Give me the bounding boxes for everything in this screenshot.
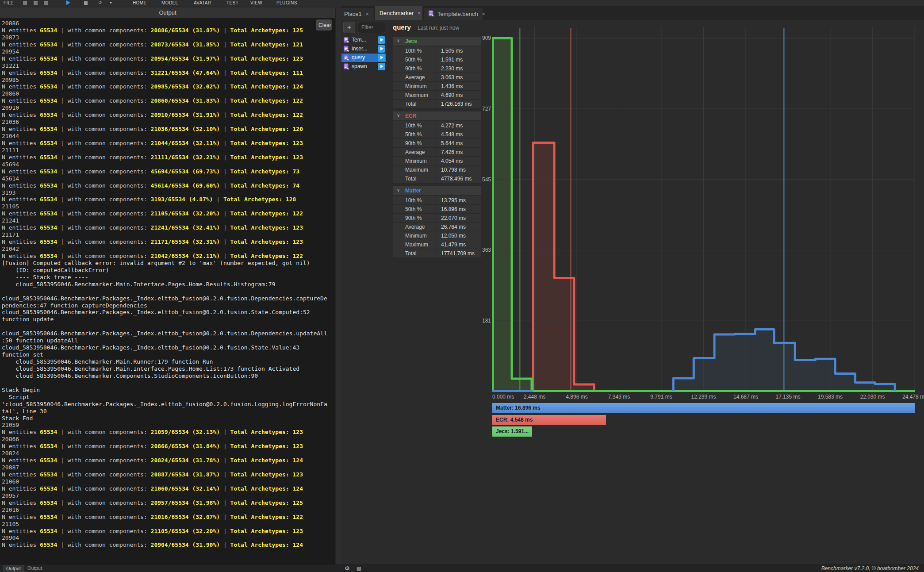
column-divider [437,82,437,90]
log-line [2,288,335,295]
chevron-down-icon: ∨ [397,38,400,43]
log-line: 20860 [2,90,335,97]
stat-label: Average [405,74,425,81]
filter-input[interactable] [358,22,385,33]
log-line: Script [2,394,335,401]
log-line: tal', Line 30 [2,408,335,415]
stats-row: 50th %4.548 ms [393,130,481,138]
stat-label: Maximum [405,167,428,173]
log-line: N entities 65534 | with common component… [2,541,335,549]
stat-value: 4.054 ms [441,158,463,164]
stat-value: 1.505 ms [441,48,463,54]
benchmark-item-label: inser... [352,45,367,53]
log-line: N entities 65534 | with common component… [2,168,335,175]
benchmark-item-spawn[interactable]: spawn [341,62,386,71]
run-benchmark-button[interactable] [378,63,385,70]
stop-icon[interactable] [84,1,88,5]
stat-value: 7.426 ms [441,149,463,155]
benchmark-item-query[interactable]: query [341,54,386,62]
stat-label: Minimum [405,158,427,164]
benchmark-item-tem[interactable]: Tem... [341,36,386,44]
log-line: 21111 [2,147,335,154]
benchmark-item-label: spawn [352,62,367,71]
close-icon[interactable]: × [366,11,369,17]
log-line: N entities 65534 | with common component… [2,210,335,217]
stat-value: 4.272 ms [441,123,463,129]
column-divider [437,139,437,147]
output-scrollbar[interactable] [335,8,341,564]
log-line: Stack Begin [2,387,335,394]
log-line: 21059 [2,422,335,429]
log-line: 21044 [2,133,335,140]
stats-row: Average3.063 ms [393,73,481,81]
tab-place1[interactable]: Place1× [340,8,374,20]
stat-label: Total [405,176,416,182]
column-divider [437,214,437,222]
menu-view[interactable]: VIEW [250,0,262,5]
column-divider [437,55,437,64]
close-icon[interactable]: × [418,10,421,16]
log-line: 20985 [2,77,335,84]
menu-home[interactable]: HOME [133,0,147,5]
log-line: 20886 [2,20,335,27]
log-line: [Fusion] Computed callback error: invali… [2,260,335,267]
chevron-down-icon: ∨ [397,188,400,192]
log-line: N entities 65534 | with common component… [2,457,335,464]
log-line: N entities 65534 | with common component… [2,196,335,203]
clear-button[interactable]: Clear [316,19,332,31]
menu-file[interactable]: FILE [4,0,14,5]
run-benchmark-button[interactable] [378,45,385,53]
log-line: 45614 [2,175,335,182]
run-benchmark-button[interactable] [378,36,385,44]
log-line: cloud_5853950046.Benchmarker.Packages._I… [2,344,335,351]
undo-icon[interactable]: ↺ [98,0,102,5]
open-file-icon[interactable] [34,1,38,5]
menu-model[interactable]: MODEL [161,0,178,5]
stat-label: Average [405,224,425,230]
log-line: 'cloud_5853950046.Benchmarker.Packages._… [2,401,335,408]
play-icon[interactable] [66,0,70,5]
stat-value: 1.436 ms [441,83,463,89]
log-line: N entities 65534 | with common component… [2,499,335,507]
column-divider [437,64,437,73]
run-title: query [393,23,411,31]
script-icon [343,63,350,70]
script-icon [343,54,350,61]
close-icon[interactable]: × [482,11,485,17]
menu-test[interactable]: TEST [226,0,238,5]
column-divider [437,205,437,213]
log-line: N entities 65534 | with common component… [2,126,335,133]
stats-section-header-ecr[interactable]: ∨ECR [393,111,481,120]
histogram-chart [492,27,915,392]
journal-icon[interactable]: ▤ [357,565,361,571]
stats-section-header-matter[interactable]: ∨Matter [393,186,481,195]
benchmark-item-inser[interactable]: inser... [341,45,386,53]
gear-icon[interactable]: ⚙ [345,565,350,572]
stat-label: 10th % [405,197,422,203]
stat-label: 90th % [405,215,422,221]
column-divider [437,121,437,130]
log-line: N entities 65534 | with common component… [2,253,335,260]
new-file-icon[interactable] [23,1,27,5]
log-line [2,380,335,387]
y-axis-tick: 909 [461,35,491,41]
stat-label: 50th % [405,131,422,138]
tab-template-bench[interactable]: Template.bench× [424,8,483,20]
stat-label: 10th % [405,48,422,54]
redo-dropdown-icon[interactable]: ▾ [110,0,112,5]
tab-benchmarker[interactable]: Benchmarker× [375,6,422,20]
stats-row: Average26.764 ms [393,222,481,231]
log-line: N entities 65534 | with common component… [2,55,335,62]
save-icon[interactable] [44,1,48,5]
run-benchmark-button[interactable] [378,54,385,61]
menu-avatar[interactable]: AVATAR [194,0,211,5]
add-benchmark-button[interactable]: + [343,22,355,33]
log-line: N entities 65534 | with common component… [2,69,335,77]
x-axis-tick: 4.896 ms [566,394,587,400]
bottom-tab-output[interactable]: Output [3,565,24,572]
log-line: N entities 65534 | with common component… [2,140,335,147]
x-axis-tick: 24.478 ms [902,394,924,400]
menu-plugins[interactable]: PLUGINS [276,0,297,5]
stats-row: Minimum12.050 ms [393,231,481,240]
log-line: 21105 [2,203,335,210]
